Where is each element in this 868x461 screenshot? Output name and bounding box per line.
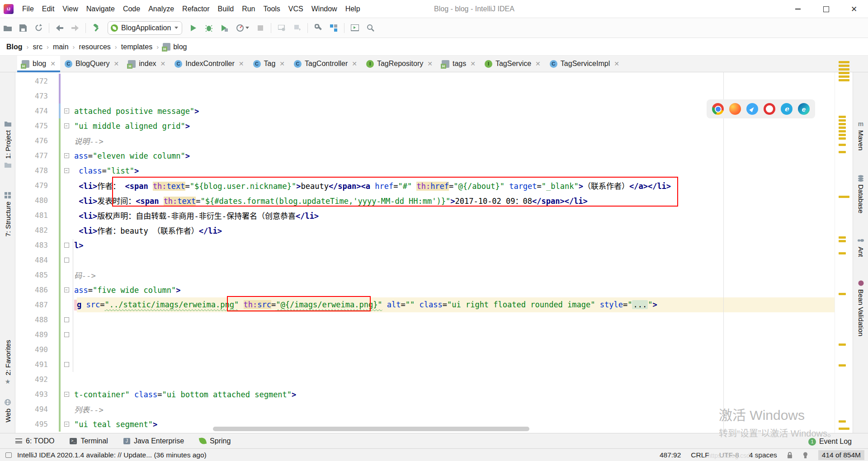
tab-IndexController[interactable]: CIndexController✕ <box>170 56 248 72</box>
line-number[interactable]: 484 <box>15 256 48 264</box>
menu-item-run[interactable]: Run <box>238 5 259 13</box>
line-number[interactable]: 473 <box>15 92 48 100</box>
close-icon[interactable]: ✕ <box>279 60 285 67</box>
code-line-486[interactable]: 486−ass="five wide column"> <box>15 282 835 297</box>
code-line-483[interactable]: 483l> <box>15 238 835 253</box>
code-line-477[interactable]: 477−ass="eleven wide column"> <box>15 148 835 163</box>
line-number[interactable]: 485 <box>15 271 48 279</box>
menu-item-edit[interactable]: Edit <box>38 5 59 13</box>
warning-mark[interactable] <box>839 420 846 423</box>
tab-Tag[interactable]: CTag✕ <box>249 56 290 72</box>
run-button[interactable] <box>187 22 200 34</box>
line-number[interactable]: 488 <box>15 315 48 324</box>
back-icon[interactable] <box>53 22 66 34</box>
warning-mark[interactable] <box>839 75 849 78</box>
highlighting-level-icon[interactable] <box>802 452 808 458</box>
warning-mark[interactable] <box>839 364 846 367</box>
menu-item-tools[interactable]: Tools <box>259 5 284 13</box>
gutter[interactable] <box>61 297 72 312</box>
minimize-button[interactable] <box>784 0 812 18</box>
warning-mark[interactable] <box>839 137 846 140</box>
line-number[interactable]: 474 <box>15 107 48 115</box>
fold-end-icon[interactable] <box>64 332 69 337</box>
open-folder-icon[interactable] <box>1 22 14 34</box>
close-icon[interactable]: ✕ <box>535 60 541 67</box>
breadcrumb-item-Blog[interactable]: Blog <box>6 43 23 51</box>
fold-end-icon[interactable] <box>64 258 69 263</box>
code-line-488[interactable]: 488 <box>15 312 835 327</box>
line-number[interactable]: 487 <box>15 301 48 309</box>
warning-mark[interactable] <box>839 252 846 254</box>
warning-mark[interactable] <box>839 134 846 136</box>
warning-mark[interactable] <box>839 196 849 198</box>
tab-BlogQuery[interactable]: CBlogQuery✕ <box>60 56 123 72</box>
fold-collapse-icon[interactable]: − <box>64 422 69 427</box>
run-anything-icon[interactable] <box>348 22 362 34</box>
line-number[interactable]: 489 <box>15 330 48 339</box>
close-icon[interactable]: ✕ <box>114 60 119 67</box>
run-with-coverage-button[interactable] <box>217 22 231 34</box>
sidebar-item-maven[interactable]: m Maven <box>853 118 868 151</box>
sidebar-item-database[interactable]: Database <box>853 172 868 213</box>
forward-icon[interactable] <box>68 22 82 34</box>
line-number[interactable]: 493 <box>15 390 48 399</box>
terminal-button[interactable]: >_ Terminal <box>70 437 108 445</box>
warning-mark[interactable] <box>839 144 846 146</box>
code-line-480[interactable]: 480 <li>发表时间：<span th:text="${#dates.for… <box>15 193 835 208</box>
gutter[interactable] <box>61 357 72 372</box>
gutter[interactable] <box>61 223 72 238</box>
gutter[interactable]: − <box>61 163 72 178</box>
sidebar-item-ant[interactable]: Ant <box>853 234 868 257</box>
line-number[interactable]: 486 <box>15 286 48 294</box>
gutter[interactable] <box>61 372 72 387</box>
indent-setting[interactable]: 4 spaces <box>749 451 777 459</box>
chrome-browser-icon[interactable] <box>712 103 724 115</box>
search-everywhere-icon[interactable] <box>363 22 377 34</box>
warning-mark[interactable] <box>839 127 846 129</box>
gutter[interactable] <box>61 208 72 223</box>
sidebar-item-project[interactable]: 1: Project <box>0 118 15 171</box>
code-line-485[interactable]: 485码--> <box>15 268 835 282</box>
line-number[interactable]: 476 <box>15 136 48 145</box>
menu-item-window[interactable]: Window <box>307 5 341 13</box>
gutter[interactable]: − <box>61 103 72 118</box>
warning-mark[interactable] <box>839 68 849 71</box>
settings-wrench-icon[interactable] <box>311 22 325 34</box>
menu-item-analyze[interactable]: Analyze <box>144 5 178 13</box>
warning-mark[interactable] <box>839 151 846 153</box>
close-icon[interactable]: ✕ <box>239 60 244 67</box>
menu-item-vcs[interactable]: VCS <box>284 5 307 13</box>
code-line-482[interactable]: 482 <li>作者：beauty （联系作者）</li> <box>15 223 835 238</box>
menu-item-code[interactable]: Code <box>119 5 144 13</box>
gutter[interactable] <box>61 253 72 268</box>
run-configuration-select[interactable]: BlogApplication <box>108 21 182 35</box>
code-editor[interactable]: 472473474−attached positive message">475… <box>15 72 835 433</box>
warning-mark[interactable] <box>839 343 846 346</box>
window-icon[interactable] <box>5 452 12 458</box>
line-number[interactable]: 480 <box>15 196 48 205</box>
file-encoding[interactable]: UTF-8 <box>719 451 739 459</box>
code-line-476[interactable]: 476说明--> <box>15 133 835 148</box>
gutter[interactable] <box>61 327 72 342</box>
tab-tags[interactable]: tags✕ <box>437 56 480 72</box>
sidebar-item-structure[interactable]: 7: Structure <box>0 189 15 237</box>
close-icon[interactable]: ✕ <box>160 60 166 67</box>
gutter[interactable]: − <box>61 282 72 297</box>
scrollbar-error-stripe[interactable] <box>835 72 853 433</box>
line-number[interactable]: 483 <box>15 241 48 249</box>
warning-mark[interactable] <box>839 79 849 81</box>
save-icon[interactable] <box>16 22 30 34</box>
sync-icon[interactable] <box>32 22 45 34</box>
sidebar-item-favorites[interactable]: 2: Favorites ★ <box>0 340 15 388</box>
gutter[interactable] <box>61 178 72 193</box>
line-number[interactable]: 472 <box>15 77 48 85</box>
gutter[interactable] <box>61 133 72 148</box>
line-number[interactable]: 492 <box>15 375 48 384</box>
breadcrumb-item-resources[interactable]: resources <box>79 43 111 51</box>
close-button[interactable]: ✕ <box>840 0 868 18</box>
debug-button[interactable] <box>202 22 216 34</box>
tab-TagServiceImpl[interactable]: CTagServiceImpl✕ <box>545 56 624 72</box>
line-number[interactable]: 495 <box>15 420 48 428</box>
code-line-479[interactable]: 479 <li>作者： <span th:text="${blog.user.n… <box>15 178 835 193</box>
project-structure-icon[interactable] <box>327 22 340 34</box>
